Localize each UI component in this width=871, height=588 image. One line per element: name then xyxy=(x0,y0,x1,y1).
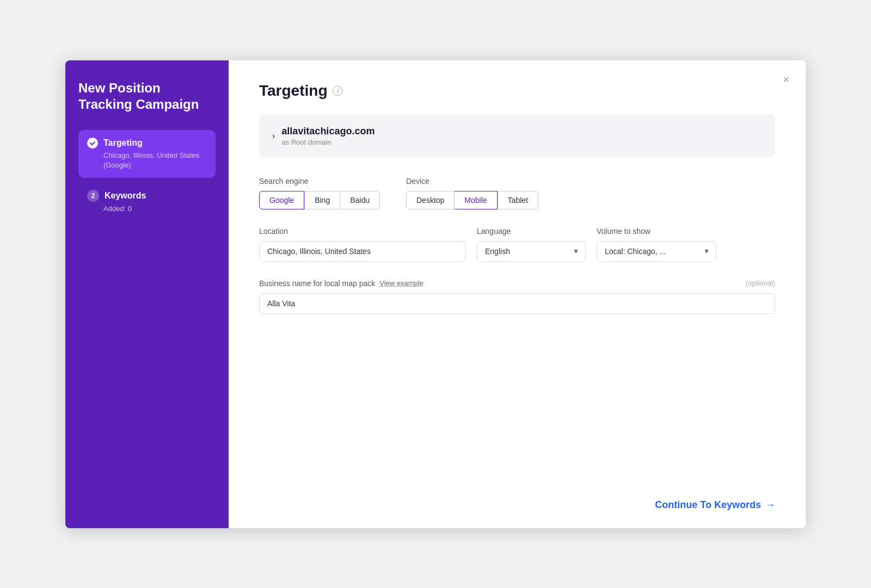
location-input[interactable] xyxy=(259,241,466,262)
sidebar-item-targeting[interactable]: Targeting Chicago, Illinois, United Stat… xyxy=(78,130,216,178)
search-engine-google[interactable]: Google xyxy=(259,191,304,209)
device-buttons: Desktop Mobile Tablet xyxy=(406,191,538,209)
language-select[interactable]: English Spanish French xyxy=(477,241,586,262)
continue-label: Continue To Keywords xyxy=(655,499,761,511)
targeting-header: Targeting xyxy=(87,138,207,148)
location-label: Location xyxy=(259,227,466,236)
main-content: × Targeting i › allavitachicago.com as R… xyxy=(229,60,806,528)
business-label-row: Business name for local map pack View ex… xyxy=(259,279,775,288)
targeting-label: Targeting xyxy=(103,138,143,148)
device-label: Device xyxy=(406,177,538,185)
domain-name: allavitachicago.com xyxy=(281,126,375,137)
footer: Continue To Keywords → xyxy=(655,499,775,511)
app-title: New Position Tracking Campaign xyxy=(78,80,216,113)
language-group: Language English Spanish French ▼ xyxy=(477,227,586,262)
device-mobile[interactable]: Mobile xyxy=(455,191,497,209)
search-engine-label: Search engine xyxy=(259,177,380,185)
keywords-step-num: 2 xyxy=(87,190,99,202)
search-engine-group: Search engine Google Bing Baidu xyxy=(259,177,380,209)
search-engine-baidu[interactable]: Baidu xyxy=(340,191,380,209)
device-desktop[interactable]: Desktop xyxy=(406,191,455,209)
domain-card[interactable]: › allavitachicago.com as Root domain xyxy=(259,115,775,157)
check-icon xyxy=(87,138,98,148)
keywords-header: 2 Keywords xyxy=(87,190,207,202)
business-name-input[interactable] xyxy=(259,293,775,314)
volume-select[interactable]: Local: Chicago, ... National Global xyxy=(597,241,716,262)
modal-container: New Position Tracking Campaign Targeting… xyxy=(65,60,806,528)
keywords-label: Keywords xyxy=(105,191,146,201)
sidebar: New Position Tracking Campaign Targeting… xyxy=(65,60,229,528)
keywords-sublabel: Added: 0 xyxy=(103,204,207,214)
location-language-row: Location Language English Spanish French… xyxy=(259,227,775,262)
title-row: Targeting i xyxy=(259,82,775,100)
domain-info: allavitachicago.com as Root domain xyxy=(281,126,375,146)
page-title: Targeting xyxy=(259,82,327,100)
view-example-link[interactable]: View example xyxy=(379,279,424,287)
device-tablet[interactable]: Tablet xyxy=(498,191,538,209)
optional-text: (optional) xyxy=(746,279,775,287)
volume-select-wrapper: Local: Chicago, ... National Global ▼ xyxy=(597,241,716,262)
info-icon[interactable]: i xyxy=(333,86,342,96)
search-engine-bing[interactable]: Bing xyxy=(304,191,340,209)
chevron-right-icon: › xyxy=(272,131,275,141)
search-engine-buttons: Google Bing Baidu xyxy=(259,191,380,209)
continue-arrow: → xyxy=(765,499,775,511)
volume-group: Volume to show Local: Chicago, ... Natio… xyxy=(597,227,716,262)
close-button[interactable]: × xyxy=(777,71,795,89)
targeting-sublabel: Chicago, Illinois, United States (Google… xyxy=(103,151,207,170)
business-name-label: Business name for local map pack xyxy=(259,279,375,288)
language-label: Language xyxy=(477,227,586,236)
business-name-section: Business name for local map pack View ex… xyxy=(259,279,775,314)
language-select-wrapper: English Spanish French ▼ xyxy=(477,241,586,262)
sidebar-item-keywords[interactable]: 2 Keywords Added: 0 xyxy=(78,182,216,221)
search-device-row: Search engine Google Bing Baidu Device D… xyxy=(259,177,775,209)
domain-type: as Root domain xyxy=(281,138,375,146)
volume-label: Volume to show xyxy=(597,227,716,236)
location-group: Location xyxy=(259,227,466,262)
device-group: Device Desktop Mobile Tablet xyxy=(406,177,538,209)
continue-button[interactable]: Continue To Keywords → xyxy=(655,499,775,511)
